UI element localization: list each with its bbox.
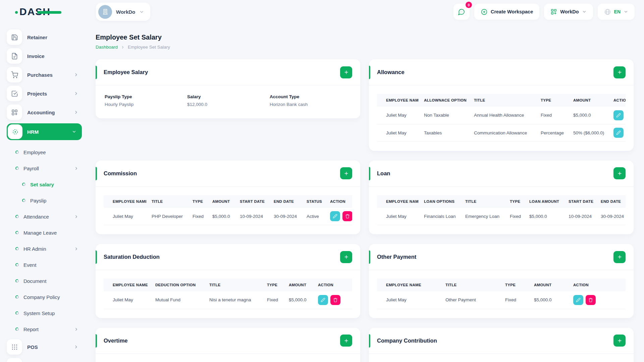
- messages-button[interactable]: 0: [453, 4, 470, 20]
- globe-icon: [604, 8, 611, 15]
- sidebar-item-document[interactable]: Document: [7, 273, 82, 289]
- bullet-icon: [15, 295, 19, 299]
- delete-button[interactable]: [330, 295, 340, 305]
- edit-button[interactable]: [318, 295, 328, 305]
- bullet-icon: [22, 198, 26, 202]
- chevron-right-icon: [74, 72, 78, 77]
- workspace-selector[interactable]: WorkDo: [96, 3, 150, 21]
- edit-button[interactable]: [613, 128, 624, 138]
- column-header: Employee Name: [377, 195, 419, 208]
- sidebar-item-label: POS: [27, 344, 74, 350]
- field-account-type: Account Type Horizon Bank cash: [270, 94, 351, 107]
- sidebar-item-payslip[interactable]: Payslip: [7, 192, 82, 208]
- overtime-card: Overtime: [96, 328, 360, 362]
- add-button[interactable]: [613, 66, 626, 78]
- delete-button[interactable]: [586, 295, 596, 305]
- bullet-icon: [15, 279, 19, 283]
- delete-button[interactable]: [342, 211, 352, 221]
- sidebar-item-system-setup[interactable]: System Setup: [7, 305, 82, 321]
- sidebar-item-company-policy[interactable]: Company Policy: [7, 289, 82, 305]
- create-workspace-button[interactable]: Create Workspace: [474, 4, 539, 20]
- workspace-name: WorkDo: [116, 9, 135, 15]
- loan-table: Employee Name Loan Options Title Type Lo…: [377, 195, 626, 226]
- building-icon: [102, 8, 109, 15]
- plus-icon: [344, 70, 349, 75]
- column-header: Type: [500, 279, 529, 291]
- chat-bubble-icon: [458, 8, 465, 16]
- column-header: Employee Name: [377, 279, 440, 291]
- add-button[interactable]: [613, 251, 626, 263]
- sidebar-item-report[interactable]: Report: [7, 321, 82, 337]
- loan-card: Loan Employee Name Loan Options Title Ty…: [369, 161, 634, 235]
- sidebar-item-projects[interactable]: Projects: [7, 86, 82, 101]
- hrm-icon: [12, 128, 19, 135]
- column-header: Start Date: [234, 195, 268, 208]
- plus-circle-icon: [481, 8, 488, 15]
- sidebar-item-crm[interactable]: CRM: [7, 358, 82, 362]
- add-button[interactable]: [340, 335, 352, 347]
- sidebar-item-manage-leave[interactable]: Manage Leave: [7, 225, 82, 241]
- top-bar: DASH WorkDo 0 Create Worksp: [0, 0, 644, 23]
- column-header: Type: [262, 279, 283, 291]
- chevron-right-icon: [74, 91, 78, 96]
- card-title: Overtime: [104, 338, 128, 344]
- add-button[interactable]: [340, 251, 352, 263]
- chevron-right-icon: [74, 327, 78, 331]
- breadcrumb-dashboard-link[interactable]: Dashboard: [96, 45, 118, 50]
- add-button[interactable]: [340, 167, 352, 179]
- language-selector[interactable]: EN: [598, 4, 635, 20]
- column-header: Action: [608, 94, 626, 107]
- sidebar-item-event[interactable]: Event: [7, 257, 82, 273]
- bullet-icon: [15, 327, 19, 331]
- messages-badge: 0: [466, 2, 472, 8]
- card-title: Loan: [377, 170, 390, 177]
- table-row: Juliet May Mutual Fund Nisi a tenetur ma…: [104, 291, 352, 309]
- sidebar-item-attendance[interactable]: Attendance: [7, 208, 82, 225]
- column-header: Amount: [529, 279, 568, 291]
- column-header: Title: [460, 195, 504, 208]
- add-button[interactable]: [613, 335, 626, 347]
- sidebar-item-employee[interactable]: Employee: [7, 144, 82, 160]
- column-header: Loan Amount: [524, 195, 563, 208]
- employee-salary-card: Employee Salary Payslip Type Hourly Pays…: [96, 59, 360, 118]
- sidebar-item-set-salary[interactable]: Set salary: [7, 176, 82, 192]
- language-label: EN: [614, 9, 621, 14]
- table-row: Juliet May Financials Loan Emergency Loa…: [377, 208, 626, 225]
- sidebar-item-invoice[interactable]: Invoice: [7, 48, 82, 64]
- column-header: Status: [301, 195, 325, 208]
- edit-button[interactable]: [613, 110, 624, 120]
- check-square-icon: [11, 90, 18, 97]
- sidebar-item-payroll[interactable]: Payroll: [7, 160, 82, 176]
- column-header: Action: [313, 279, 352, 291]
- chevron-right-icon: [74, 345, 78, 349]
- column-header: Amount: [568, 94, 608, 107]
- chevron-down-icon: [139, 9, 144, 14]
- column-header: Employee Name: [104, 195, 146, 208]
- edit-button[interactable]: [573, 295, 583, 305]
- edit-button[interactable]: [330, 211, 340, 221]
- bullet-icon: [15, 215, 19, 219]
- sidebar-item-purchases[interactable]: Purchases: [7, 67, 82, 82]
- page-title: Employee Set Salary: [96, 34, 634, 41]
- trash-icon: [588, 298, 593, 302]
- card-title: Allowance: [377, 69, 405, 75]
- sidebar-item-retainer[interactable]: Retainer: [7, 29, 82, 45]
- trash-icon: [333, 298, 338, 302]
- column-header: Type: [187, 195, 207, 208]
- sidebar-item-hr-admin[interactable]: HR Admin: [7, 241, 82, 257]
- sidebar-item-label: Projects: [27, 91, 74, 97]
- sidebar-item-hrm[interactable]: HRM: [7, 123, 82, 140]
- table-row: Juliet May Non Taxable Annual Health All…: [377, 107, 626, 124]
- workdo-menu-label: WorkDo: [560, 9, 579, 14]
- add-button[interactable]: [613, 167, 626, 179]
- logo-zone: DASH: [0, 6, 86, 17]
- add-button[interactable]: [340, 66, 352, 78]
- card-title: Saturation Deduction: [104, 254, 160, 260]
- chevron-right-icon: [74, 215, 78, 219]
- sidebar-item-pos[interactable]: POS: [7, 339, 82, 355]
- sidebar-item-accounting[interactable]: Accounting: [7, 105, 82, 120]
- column-header: Amount: [283, 279, 313, 291]
- commission-card: Commission Employee Name Title Type Amou…: [96, 161, 360, 235]
- plus-icon: [344, 338, 349, 343]
- workdo-menu-button[interactable]: WorkDo: [544, 4, 593, 20]
